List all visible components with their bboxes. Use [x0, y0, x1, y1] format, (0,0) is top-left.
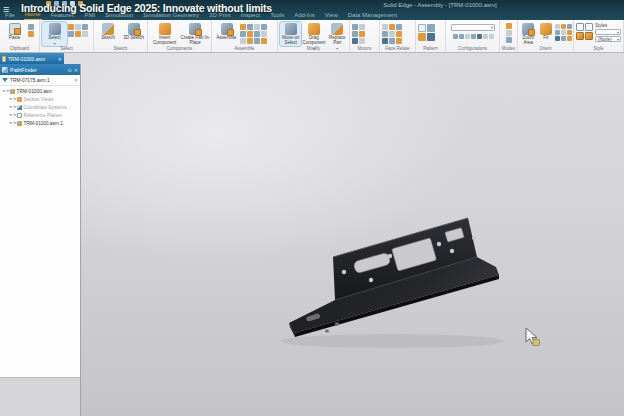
pathfinder-header[interactable]: PathFinder ⊙ ✕: [0, 64, 80, 75]
show-hide-icon[interactable]: ∞: [6, 88, 9, 94]
expand-icon[interactable]: ▸: [10, 120, 12, 126]
tree-item-subassembly[interactable]: ▸ ∞ TRM-01100.asm:1: [0, 119, 80, 127]
motor-icon[interactable]: [352, 38, 358, 44]
relate-option-icon[interactable]: [261, 31, 267, 37]
orient-icon[interactable]: [567, 24, 572, 29]
orient-icon[interactable]: [555, 36, 560, 41]
relate-option-icon[interactable]: [247, 24, 253, 30]
face-relate-icon[interactable]: [396, 38, 402, 44]
copy-icon[interactable]: [28, 31, 34, 37]
show-hide-icon[interactable]: ∞: [13, 120, 16, 126]
show-hide-icon[interactable]: ∞: [13, 112, 16, 118]
mode-icon[interactable]: [506, 37, 512, 43]
select-option-icon[interactable]: [82, 31, 88, 37]
create-part-in-place-button[interactable]: Create Part In-Place: [181, 22, 211, 46]
show-hide-icon[interactable]: ∞: [13, 104, 16, 110]
clone-icon[interactable]: [427, 33, 435, 41]
clear-filter-icon[interactable]: ✕: [74, 77, 78, 83]
relate-option-icon[interactable]: [254, 24, 260, 30]
mode-icon[interactable]: [506, 30, 512, 36]
bracket-part[interactable]: [270, 200, 515, 350]
tab-file[interactable]: File: [4, 11, 16, 20]
assemble-button[interactable]: Assemble: [214, 22, 239, 41]
config-icon[interactable]: [471, 34, 476, 39]
relate-option-icon[interactable]: [254, 31, 260, 37]
motor-icon[interactable]: [352, 31, 358, 37]
face-relate-icon[interactable]: [382, 38, 388, 44]
face-relate-icon[interactable]: [389, 31, 395, 37]
motor-icon[interactable]: [359, 31, 365, 37]
expand-icon[interactable]: ▸: [10, 104, 12, 110]
config-icon[interactable]: [465, 34, 470, 39]
select-option-icon[interactable]: [75, 24, 81, 30]
tree-item-section-views[interactable]: ▸ ∞ Section Views: [0, 95, 80, 103]
relate-option-icon[interactable]: [254, 38, 260, 44]
paste-button[interactable]: Paste: [2, 22, 27, 41]
face-relate-icon[interactable]: [382, 24, 388, 30]
orient-icon[interactable]: [567, 36, 572, 41]
sketch-button[interactable]: Sketch: [96, 22, 121, 41]
cut-icon[interactable]: [28, 24, 34, 30]
close-tab-icon[interactable]: ✕: [58, 56, 62, 62]
pin-icon[interactable]: ⊙: [68, 67, 72, 73]
pattern-icon[interactable]: [418, 24, 426, 32]
relate-option-icon[interactable]: [240, 24, 246, 30]
orient-icon[interactable]: [555, 24, 560, 29]
zoom-area-button[interactable]: Zoom Area: [520, 22, 537, 46]
relate-option-icon[interactable]: [247, 31, 253, 37]
orient-icon[interactable]: [561, 24, 566, 29]
select-option-icon[interactable]: [68, 31, 74, 37]
pathfinder-filter-row[interactable]: TRM-07175.asm:1 ✕: [0, 75, 80, 86]
face-relate-icon[interactable]: [382, 31, 388, 37]
face-relate-icon[interactable]: [389, 38, 395, 44]
tree-item-reference-planes[interactable]: ▸ ∞ Reference Planes: [0, 111, 80, 119]
motor-icon[interactable]: [359, 38, 365, 44]
tree-item-assembly-root[interactable]: ▸ ∞ TRM-01000.asm: [0, 87, 80, 95]
expand-icon[interactable]: ▸: [3, 88, 5, 94]
orient-icon[interactable]: [567, 30, 572, 35]
select-option-icon[interactable]: [68, 24, 74, 30]
face-relate-icon[interactable]: [396, 31, 402, 37]
expand-icon[interactable]: ▸: [10, 112, 12, 118]
config-icon[interactable]: [489, 34, 494, 39]
select-option-icon[interactable]: [82, 24, 88, 30]
pattern-icon[interactable]: [427, 24, 435, 32]
motor-icon[interactable]: [352, 24, 358, 30]
3d-sketch-button[interactable]: 3D Sketch: [122, 22, 147, 41]
face-style-select[interactable]: ▾: [595, 29, 621, 35]
tab-add-ins[interactable]: Add-Ins: [293, 11, 316, 20]
relate-option-icon[interactable]: [240, 31, 246, 37]
orient-icon[interactable]: [561, 30, 566, 35]
tree-item-coordinate-systems[interactable]: ▸ ∞ Coordinate Systems: [0, 103, 80, 111]
tab-data-management[interactable]: Data Management: [347, 11, 398, 20]
tab-view[interactable]: View: [324, 11, 339, 20]
relate-option-icon[interactable]: [247, 38, 253, 44]
render-mode-select[interactable]: (None) ▾: [595, 36, 621, 42]
config-icon[interactable]: [477, 34, 482, 39]
relate-option-icon[interactable]: [261, 38, 267, 44]
shaded-edges-style-icon[interactable]: [585, 32, 593, 40]
select-button[interactable]: Select ▾: [42, 22, 67, 46]
fit-button[interactable]: Fit: [538, 22, 555, 41]
move-on-select-button[interactable]: Move on Select: [280, 22, 301, 46]
relate-option-icon[interactable]: [240, 38, 246, 44]
show-hide-icon[interactable]: ∞: [13, 96, 16, 102]
config-icon[interactable]: [459, 34, 464, 39]
config-icon[interactable]: [453, 34, 458, 39]
motor-icon[interactable]: [359, 24, 365, 30]
relate-option-icon[interactable]: [261, 24, 267, 30]
expand-icon[interactable]: ▸: [10, 96, 12, 102]
shaded-style-icon[interactable]: [576, 32, 584, 40]
face-relate-icon[interactable]: [389, 24, 395, 30]
orient-icon[interactable]: [561, 36, 566, 41]
orient-icon[interactable]: [555, 30, 560, 35]
close-panel-icon[interactable]: ✕: [74, 67, 78, 73]
visible-edges-style-icon[interactable]: [585, 23, 593, 31]
mode-icon[interactable]: [506, 23, 512, 29]
face-relate-icon[interactable]: [396, 24, 402, 30]
document-tab[interactable]: TRM-01000.asm ✕: [0, 53, 64, 64]
insert-component-button[interactable]: Insert Component: [150, 22, 180, 46]
wireframe-style-icon[interactable]: [576, 23, 584, 31]
configuration-select[interactable]: ▾: [451, 24, 495, 31]
select-option-icon[interactable]: [75, 31, 81, 37]
